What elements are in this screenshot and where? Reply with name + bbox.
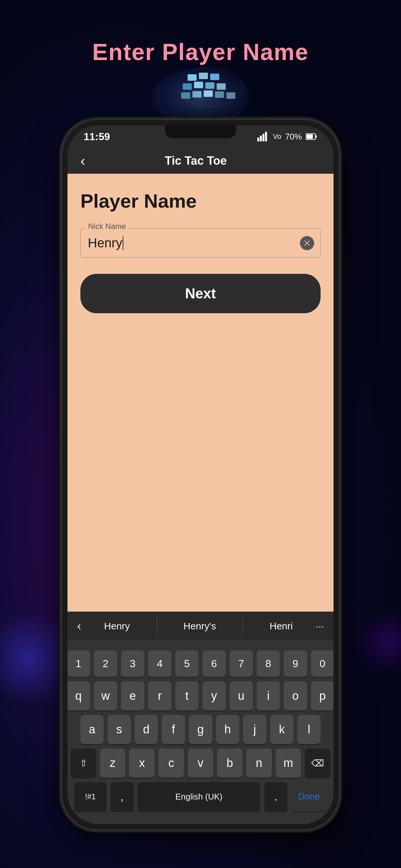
kb-key-9[interactable]: 9 xyxy=(284,650,307,677)
kb-key-l[interactable]: l xyxy=(297,715,320,744)
autocomplete-suggestions: Henry Henry's Henri xyxy=(88,616,309,636)
kb-key-8[interactable]: 8 xyxy=(257,650,280,677)
input-container[interactable]: Nick Name Henry xyxy=(81,228,320,258)
divider-2 xyxy=(243,616,243,636)
kb-key-symbols[interactable]: !#1 xyxy=(74,782,106,811)
kb-key-z[interactable]: z xyxy=(100,748,126,778)
notch xyxy=(165,125,236,138)
signal-icon xyxy=(257,132,269,142)
kb-row-q: q w e r t y u i o p xyxy=(71,681,330,710)
kb-key-x[interactable]: x xyxy=(129,748,155,778)
clear-input-button[interactable] xyxy=(300,236,314,250)
kb-key-r[interactable]: r xyxy=(148,681,172,710)
kb-key-comma[interactable]: , xyxy=(111,782,134,811)
svg-rect-6 xyxy=(205,82,214,89)
status-right: Vo 70% xyxy=(257,132,317,142)
svg-rect-1 xyxy=(188,74,197,81)
phone-device: 11:59 Vo 70% xyxy=(62,120,339,830)
kb-key-j[interactable]: j xyxy=(243,715,266,744)
kb-key-3[interactable]: 3 xyxy=(121,650,144,677)
svg-rect-11 xyxy=(215,91,224,98)
svg-rect-18 xyxy=(265,132,267,142)
kb-key-1[interactable]: 1 xyxy=(67,650,90,677)
svg-rect-21 xyxy=(306,134,313,139)
svg-rect-16 xyxy=(260,135,262,142)
kb-key-y[interactable]: y xyxy=(203,681,226,710)
keyboard: 1 2 3 4 5 6 7 8 9 0 q w xyxy=(67,641,334,824)
autocomplete-item-0[interactable]: Henry xyxy=(97,617,136,635)
kb-row-a: a s d f g h j k l xyxy=(71,715,330,744)
nav-title: Tic Tac Toe xyxy=(85,154,306,167)
kb-key-h[interactable]: h xyxy=(216,715,239,744)
svg-rect-7 xyxy=(217,83,226,90)
kb-key-space[interactable]: English (UK) xyxy=(137,782,260,811)
input-value: Henry xyxy=(88,236,122,250)
kb-key-5[interactable]: 5 xyxy=(175,650,198,677)
kb-key-f[interactable]: f xyxy=(162,715,185,744)
kb-key-m[interactable]: m xyxy=(276,748,301,778)
input-label: Nick Name xyxy=(86,222,128,231)
kb-key-4[interactable]: 4 xyxy=(148,650,172,677)
kb-key-shift[interactable]: ⇧ xyxy=(71,748,96,778)
kb-row-numbers: 1 2 3 4 5 6 7 8 9 0 xyxy=(71,650,330,677)
autocomplete-back-icon[interactable]: ‹ xyxy=(71,619,88,633)
autocomplete-item-1[interactable]: Henry's xyxy=(177,617,222,635)
svg-rect-17 xyxy=(263,134,265,142)
kb-key-done[interactable]: Done xyxy=(291,782,327,811)
svg-rect-20 xyxy=(315,135,317,138)
kb-key-n[interactable]: n xyxy=(246,748,272,778)
kb-key-6[interactable]: 6 xyxy=(203,650,226,677)
status-time: 11:59 xyxy=(84,131,110,143)
back-button[interactable]: ‹ xyxy=(81,153,85,169)
kb-key-2[interactable]: 2 xyxy=(94,650,117,677)
next-button[interactable]: Next xyxy=(81,274,320,313)
kb-key-v[interactable]: v xyxy=(188,748,213,778)
text-cursor xyxy=(123,237,123,250)
kb-key-0[interactable]: 0 xyxy=(311,650,334,677)
kb-key-c[interactable]: c xyxy=(158,748,184,778)
content-heading: Player Name xyxy=(81,190,320,212)
page-main-title: Enter Player Name xyxy=(92,39,309,65)
kb-row-bottom: !#1 , English (UK) . Done xyxy=(71,782,330,811)
kb-key-e[interactable]: e xyxy=(121,681,144,710)
svg-rect-12 xyxy=(226,92,235,99)
kb-key-b[interactable]: b xyxy=(217,748,243,778)
svg-rect-4 xyxy=(183,83,192,90)
phone-frame: 11:59 Vo 70% xyxy=(62,120,339,830)
svg-rect-8 xyxy=(181,92,190,99)
kb-key-t[interactable]: t xyxy=(175,681,198,710)
battery-text: 70% xyxy=(285,132,302,142)
divider-1 xyxy=(157,616,157,636)
kb-key-p[interactable]: p xyxy=(311,681,334,710)
keyboard-rows: 1 2 3 4 5 6 7 8 9 0 q w xyxy=(71,647,330,811)
svg-rect-15 xyxy=(257,137,259,142)
signal-text: Vo xyxy=(273,132,281,141)
kb-key-7[interactable]: 7 xyxy=(229,650,253,677)
autocomplete-item-2[interactable]: Henri xyxy=(263,617,299,635)
svg-rect-10 xyxy=(204,90,213,97)
autocomplete-more-icon[interactable]: ··· xyxy=(309,621,330,631)
svg-rect-5 xyxy=(194,82,203,88)
battery-icon xyxy=(306,133,317,140)
kb-key-backspace[interactable]: ⌫ xyxy=(305,748,330,778)
phone-screen: 11:59 Vo 70% xyxy=(67,125,334,824)
svg-rect-9 xyxy=(192,91,202,97)
kb-key-a[interactable]: a xyxy=(81,715,104,744)
kb-key-o[interactable]: o xyxy=(284,681,307,710)
svg-rect-2 xyxy=(199,73,208,79)
kb-key-u[interactable]: u xyxy=(229,681,253,710)
kb-key-q[interactable]: q xyxy=(67,681,90,710)
autocomplete-bar: ‹ Henry Henry's Henri ··· xyxy=(67,612,334,641)
kb-key-period[interactable]: . xyxy=(264,782,287,811)
kb-key-g[interactable]: g xyxy=(189,715,212,744)
svg-rect-3 xyxy=(210,73,219,80)
kb-key-d[interactable]: d xyxy=(135,715,158,744)
kb-key-k[interactable]: k xyxy=(270,715,294,744)
nick-name-input[interactable]: Henry xyxy=(81,228,320,258)
nav-bar: ‹ Tic Tac Toe xyxy=(67,148,334,174)
kb-key-i[interactable]: i xyxy=(257,681,280,710)
status-bar: 11:59 Vo 70% xyxy=(67,125,334,148)
kb-key-w[interactable]: w xyxy=(94,681,117,710)
kb-key-s[interactable]: s xyxy=(107,715,131,744)
bg-glow-right xyxy=(356,610,401,674)
